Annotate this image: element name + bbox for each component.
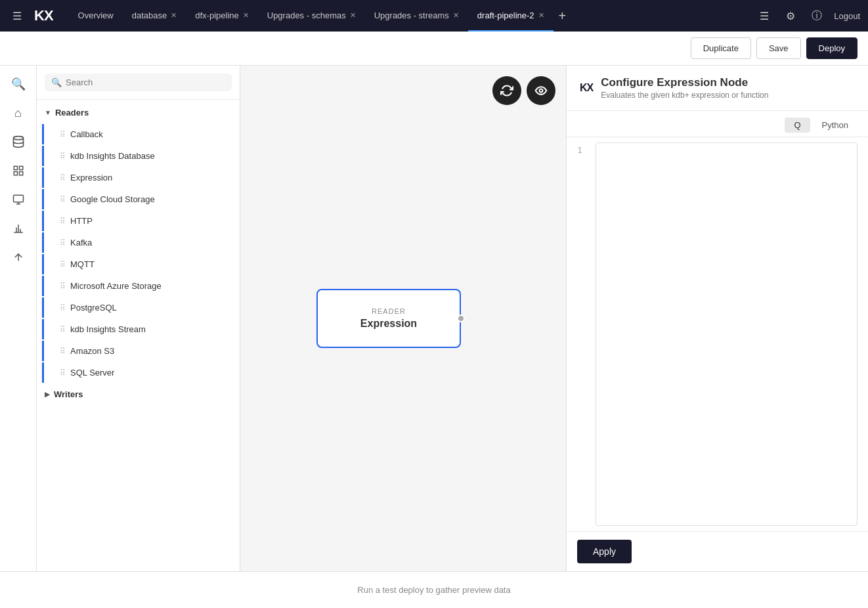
canvas-toolbar — [492, 76, 555, 105]
sidebar-home-icon[interactable]: ⌂ — [5, 100, 32, 126]
search-input-wrap: 🔍 — [45, 74, 232, 91]
logout-button[interactable]: Logout — [834, 11, 860, 21]
tab-upgrades-streams-close[interactable]: ✕ — [453, 11, 459, 20]
tab-database-label: database — [132, 11, 167, 20]
drag-handle-kdb-insights-database: ⠿ — [60, 152, 65, 161]
search-input[interactable] — [66, 77, 225, 87]
drag-handle-sql-server: ⠿ — [60, 368, 65, 378]
list-item-expression[interactable]: ⠿ Expression — [42, 167, 234, 188]
list-view-icon[interactable]: ☰ — [755, 7, 773, 25]
tab-upgrades-streams-label: Upgrades - streams — [374, 11, 449, 20]
drag-handle-callback: ⠿ — [60, 130, 65, 139]
menu-icon[interactable]: ☰ — [8, 7, 26, 25]
config-lang-bar: Q Python — [567, 111, 868, 137]
tab-overview-label: Overview — [78, 11, 114, 20]
list-item-callback[interactable]: ⠿ Callback — [42, 124, 234, 144]
tab-draft-pipeline-2[interactable]: draft-pipeline-2 ✕ — [468, 0, 553, 32]
svg-rect-3 — [19, 172, 22, 175]
line-numbers: 1 — [577, 142, 590, 526]
nav-tabs: Overview database ✕ dfx-pipeline ✕ Upgra… — [69, 0, 750, 32]
info-icon[interactable]: ⓘ — [808, 7, 826, 25]
tab-draft-pipeline-2-close[interactable]: ✕ — [538, 11, 544, 20]
sidebar-monitor-icon[interactable] — [5, 186, 32, 213]
sidebar-search-icon[interactable]: 🔍 — [5, 71, 32, 97]
svg-point-0 — [13, 137, 23, 140]
tab-draft-pipeline-2-label: draft-pipeline-2 — [477, 11, 534, 20]
node-output-connector[interactable] — [457, 315, 465, 322]
tab-upgrades-schemas-label: Upgrades - schemas — [267, 11, 346, 20]
tab-upgrades-streams[interactable]: Upgrades - streams ✕ — [365, 0, 468, 32]
save-button[interactable]: Save — [756, 37, 801, 59]
list-item-google-cloud-storage[interactable]: ⠿ Google Cloud Storage — [42, 189, 234, 209]
sidebar-chart-icon[interactable] — [5, 215, 32, 242]
tab-dfx-pipeline-close[interactable]: ✕ — [243, 11, 249, 20]
config-panel: KX Configure Expression Node Evaluates t… — [566, 66, 868, 571]
tab-database[interactable]: database ✕ — [123, 0, 186, 32]
add-tab-button[interactable]: + — [553, 9, 572, 24]
list-item-kdb-insights-database-label: kdb Insights Database — [70, 151, 155, 161]
list-item-http-label: HTTP — [70, 216, 93, 226]
expression-editor[interactable] — [596, 142, 857, 526]
readers-section-header[interactable]: ▼ Readers — [37, 102, 240, 123]
tab-overview[interactable]: Overview — [69, 0, 123, 32]
config-subtitle: Evaluates the given kdb+ expression or f… — [601, 91, 855, 100]
apply-button[interactable]: Apply — [577, 540, 632, 563]
list-item-google-cloud-storage-label: Google Cloud Storage — [70, 194, 155, 204]
nav-right: ☰ ⚙ ⓘ Logout — [755, 7, 860, 25]
config-title: Configure Expression Node — [601, 76, 855, 89]
refresh-canvas-button[interactable] — [492, 76, 521, 105]
list-item-kdb-insights-stream[interactable]: ⠿ kdb Insights Stream — [42, 319, 234, 339]
drag-handle-amazon-s3: ⠿ — [60, 347, 65, 356]
list-item-sql-server-label: SQL Server — [70, 368, 114, 378]
lang-q-button[interactable]: Q — [785, 118, 810, 133]
config-editor-wrap: 1 — [567, 137, 868, 531]
line-number-1: 1 — [577, 145, 582, 155]
svg-rect-4 — [14, 172, 17, 175]
list-item-microsoft-azure-storage[interactable]: ⠿ Microsoft Azure Storage — [42, 276, 234, 296]
list-item-microsoft-azure-storage-label: Microsoft Azure Storage — [70, 281, 162, 291]
drag-handle-mqtt: ⠿ — [60, 260, 65, 269]
config-header: KX Configure Expression Node Evaluates t… — [567, 66, 868, 111]
list-item-expression-label: Expression — [70, 173, 112, 183]
top-action-bar: Duplicate Save Deploy — [0, 32, 868, 66]
drag-handle-microsoft-azure-storage: ⠿ — [60, 282, 65, 291]
readers-toggle-icon: ▼ — [45, 109, 51, 116]
svg-rect-5 — [13, 195, 23, 202]
list-item-mqtt[interactable]: ⠿ MQTT — [42, 254, 234, 274]
search-icon: 🔍 — [51, 77, 62, 87]
sidebar-upload-icon[interactable] — [5, 244, 32, 271]
list-item-kafka[interactable]: ⠿ Kafka — [42, 232, 234, 253]
list-item-http[interactable]: ⠿ HTTP — [42, 211, 234, 231]
list-item-postgresql[interactable]: ⠿ PostgreSQL — [42, 297, 234, 318]
tab-dfx-pipeline[interactable]: dfx-pipeline ✕ — [186, 0, 258, 32]
sidebar-database-icon[interactable] — [5, 129, 32, 155]
readers-section-label: Readers — [55, 108, 89, 118]
drag-handle-expression: ⠿ — [60, 173, 65, 183]
lang-python-button[interactable]: Python — [813, 118, 857, 133]
writers-section-header[interactable]: ▶ Writers — [37, 384, 240, 404]
writers-toggle-icon: ▶ — [45, 391, 50, 398]
list-item-callback-label: Callback — [70, 129, 103, 139]
settings-icon[interactable]: ⚙ — [781, 7, 800, 25]
panel-sidebar: 🔍 ▼ Readers ⠿ Callback ⠿ kdb Insights Da… — [37, 66, 240, 571]
drag-handle-kdb-insights-stream: ⠿ — [60, 325, 65, 334]
main-layout: 🔍 ⌂ — [0, 66, 868, 571]
tab-dfx-pipeline-label: dfx-pipeline — [195, 11, 239, 20]
canvas-area[interactable]: READER Expression — [240, 66, 566, 571]
pipeline-node-expression[interactable]: READER Expression — [316, 289, 461, 348]
tab-upgrades-schemas[interactable]: Upgrades - schemas ✕ — [258, 0, 365, 32]
list-item-amazon-s3-label: Amazon S3 — [70, 346, 114, 356]
config-title-wrap: Configure Expression Node Evaluates the … — [601, 76, 855, 100]
tab-upgrades-schemas-close[interactable]: ✕ — [350, 11, 356, 20]
analytics-canvas-button[interactable] — [527, 76, 555, 105]
list-item-amazon-s3[interactable]: ⠿ Amazon S3 — [42, 341, 234, 361]
config-kx-logo: KX — [580, 82, 593, 94]
deploy-button[interactable]: Deploy — [806, 37, 857, 59]
list-item-sql-server[interactable]: ⠿ SQL Server — [42, 362, 234, 383]
list-item-kdb-insights-database[interactable]: ⠿ kdb Insights Database — [42, 146, 234, 166]
list-item-kafka-label: Kafka — [70, 238, 92, 248]
sidebar-grid-icon[interactable] — [5, 158, 32, 184]
readers-list: ▼ Readers ⠿ Callback ⠿ kdb Insights Data… — [37, 100, 240, 571]
tab-database-close[interactable]: ✕ — [171, 11, 177, 20]
duplicate-button[interactable]: Duplicate — [691, 37, 751, 59]
